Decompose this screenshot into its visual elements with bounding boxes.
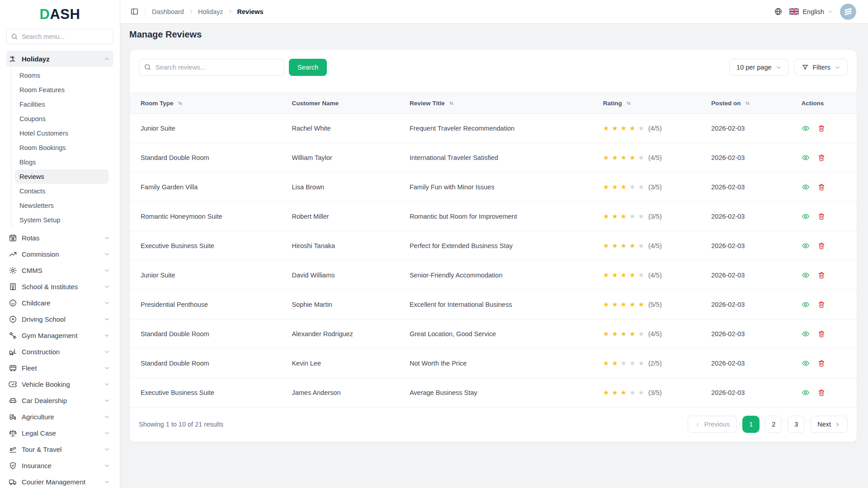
globe-icon[interactable] [774, 7, 783, 16]
search-button[interactable]: Search [289, 59, 327, 76]
page-button-2[interactable]: 2 [765, 416, 782, 433]
reviews-table: Room TypeCustomer NameReview TitleRating… [130, 93, 857, 408]
search-icon [11, 33, 18, 40]
next-page-button[interactable]: Next [810, 416, 848, 433]
sidebar-item-vehicle-booking[interactable]: Vehicle Booking [6, 376, 113, 392]
sidebar-item-reviews[interactable]: Reviews [15, 169, 109, 184]
view-review-button[interactable] [802, 389, 810, 397]
delete-review-button[interactable] [817, 300, 826, 309]
ticket-icon [9, 380, 17, 389]
chevron-right-icon [227, 9, 233, 14]
col-header-review-title[interactable]: Review Title [399, 93, 592, 114]
sidebar-item-room-features[interactable]: Room Features [15, 83, 109, 97]
per-page-select[interactable]: 10 per page [729, 59, 788, 76]
sidebar-item-agriculture[interactable]: Agriculture [6, 408, 113, 425]
app-logo[interactable]: DASH [6, 0, 113, 29]
cell-actions [791, 173, 857, 202]
sidebar-item-label: Fleet [22, 364, 37, 372]
sidebar-item-construction[interactable]: Construction [6, 343, 113, 360]
delete-review-button[interactable] [817, 359, 826, 367]
page-button-3[interactable]: 3 [788, 416, 805, 433]
view-review-button[interactable] [802, 154, 810, 162]
table-footer: Showing 1 to 10 of 21 results Previous12… [130, 408, 857, 442]
chevron-down-icon [104, 300, 110, 306]
sidebar-item-school-institutes[interactable]: School & Institutes [6, 278, 113, 295]
sidebar-item-commission[interactable]: Commission [6, 246, 113, 262]
star-rating: ★★★★★(3/5) [603, 183, 662, 191]
col-header-label: Posted on [711, 100, 741, 107]
view-review-button[interactable] [802, 359, 810, 367]
breadcrumb-holidayz[interactable]: Holidayz [198, 8, 223, 15]
cell-room-type: Romantic Honeymoon Suite [130, 202, 281, 231]
sidebar-item-facilities[interactable]: Facilities [15, 97, 109, 112]
col-header-rating[interactable]: Rating [592, 93, 701, 114]
star-filled-icon: ★ [612, 271, 618, 279]
view-review-button[interactable] [802, 330, 810, 338]
delete-review-button[interactable] [817, 242, 826, 250]
sidebar-item-driving-school[interactable]: Driving School [6, 311, 113, 327]
page-button-1[interactable]: 1 [742, 416, 760, 433]
cell-review-title: International Traveler Satisfied [399, 143, 592, 173]
table-row: Standard Double RoomWilliam TaylorIntern… [130, 143, 857, 173]
sidebar-item-childcare[interactable]: Childcare [6, 295, 113, 311]
cell-customer-name: William Taylor [281, 143, 398, 173]
sidebar-item-cmms[interactable]: CMMS [6, 262, 113, 278]
avatar[interactable] [840, 4, 856, 20]
breadcrumb-dashboard[interactable]: Dashboard [152, 8, 184, 15]
col-header-customer-name: Customer Name [281, 93, 398, 114]
star-empty-icon: ★ [638, 359, 644, 367]
sidebar-item-holidayz[interactable]: Holidayz [6, 51, 113, 67]
delete-review-button[interactable] [817, 154, 826, 162]
cell-customer-name: Robert Miller [281, 202, 398, 231]
delete-review-button[interactable] [817, 124, 826, 132]
delete-review-button[interactable] [817, 271, 826, 279]
chevron-right-icon [188, 9, 194, 14]
sidebar-toggle-icon[interactable] [130, 7, 139, 16]
topbar-divider [145, 7, 146, 16]
delete-review-button[interactable] [817, 212, 826, 221]
sidebar-item-legal-case[interactable]: Legal Case [6, 425, 113, 441]
sidebar-item-courier-management[interactable]: Courier Management [6, 474, 113, 488]
delete-review-button[interactable] [817, 183, 826, 191]
sidebar-item-contacts[interactable]: Contacts [15, 184, 109, 198]
delete-review-button[interactable] [817, 389, 826, 397]
cell-actions [791, 290, 857, 319]
sidebar-item-coupons[interactable]: Coupons [15, 112, 109, 126]
view-review-button[interactable] [802, 183, 810, 191]
col-header-room-type[interactable]: Room Type [130, 93, 281, 114]
row-actions [802, 271, 857, 279]
tractor-icon [9, 413, 17, 421]
sidebar-item-gym-management[interactable]: Gym Management [6, 327, 113, 343]
sidebar-item-newsletters[interactable]: Newsletters [15, 198, 109, 213]
sidebar-item-tour-travel[interactable]: Tour & Travel [6, 441, 113, 457]
filters-label: Filters [813, 64, 830, 71]
reviews-search-input[interactable] [139, 59, 284, 76]
col-header-posted-on[interactable]: Posted on [700, 93, 790, 114]
view-review-button[interactable] [802, 300, 810, 309]
sidebar-item-rooms[interactable]: Rooms [15, 68, 109, 83]
sidebar-item-fleet[interactable]: Fleet [6, 360, 113, 376]
cell-actions [791, 349, 857, 378]
sidebar-item-hotel-customers[interactable]: Hotel Customers [15, 126, 109, 141]
language-switcher[interactable]: English [789, 8, 833, 15]
view-review-button[interactable] [802, 124, 810, 132]
view-review-button[interactable] [802, 271, 810, 279]
rating-label: (3/5) [648, 213, 662, 220]
sidebar-item-room-bookings[interactable]: Room Bookings [15, 141, 109, 155]
sidebar-item-label: Car Dealership [22, 397, 67, 404]
delete-review-button[interactable] [817, 330, 826, 338]
sidebar-item-insurance[interactable]: Insurance [6, 457, 113, 474]
view-review-button[interactable] [802, 242, 810, 250]
chevron-down-icon [104, 414, 110, 420]
sidebar-item-rotas[interactable]: Rotas [6, 230, 113, 246]
sidebar-search-input[interactable] [6, 29, 113, 44]
cell-review-title: Excellent for International Business [399, 290, 592, 319]
filters-button[interactable]: Filters [794, 59, 848, 76]
sidebar-item-blogs[interactable]: Blogs [15, 155, 109, 169]
row-actions [802, 183, 857, 191]
col-header-label: Actions [802, 100, 824, 107]
sidebar-item-system-setup[interactable]: System Setup [15, 213, 109, 227]
previous-page-button[interactable]: Previous [688, 416, 737, 433]
sidebar-item-car-dealership[interactable]: Car Dealership [6, 392, 113, 408]
view-review-button[interactable] [802, 212, 810, 221]
